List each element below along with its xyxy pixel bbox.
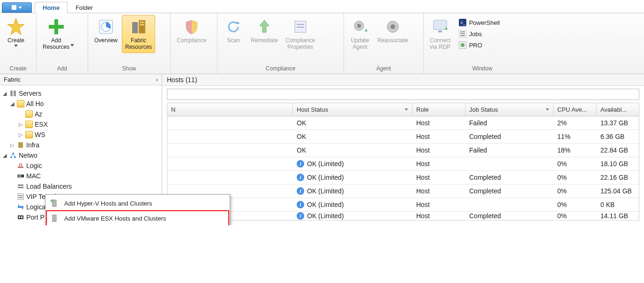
col-cpu[interactable]: CPU Ave... [554,103,597,116]
tree-infrastructure[interactable]: ▷ Infra [2,140,160,150]
col-memory[interactable]: Availabl... [597,103,639,116]
powershell-button[interactable]: >_ PowerShell [457,18,502,27]
tree-ws[interactable]: ▷ WS [2,130,160,140]
scan-button[interactable]: Scan [220,15,247,46]
jobs-button[interactable]: Jobs [457,29,502,38]
cell-role: Host [412,212,465,220]
table-row[interactable]: iOK (Limited)HostCompleted0%125.04 GB [167,184,639,198]
collapse-sidebar-button[interactable]: ‹ [156,76,158,83]
svg-rect-19 [434,20,447,30]
connect-rdp-button[interactable]: Connect via RDP [427,15,454,53]
fabric-resources-button[interactable]: Fabric Resources [122,15,155,53]
table-row[interactable]: iOK (Limited)HostCompleted0%14.11 GB [167,212,639,220]
svg-point-18 [390,24,395,29]
hosts-grid: N Host Status Role Job Status CPU Ave...… [167,103,639,221]
tree-mac-pools[interactable]: MAC [2,171,160,181]
cell-job [465,198,554,211]
svg-rect-49 [18,205,19,206]
table-row[interactable]: iOK (Limited)HostCompleted0%22.16 GB [167,171,639,184]
folder-icon [25,110,33,118]
app-icon [12,5,16,10]
filter-icon [404,108,408,111]
server-add-icon: + [49,199,60,208]
tree-azure[interactable]: Az [2,109,160,119]
tree-label: Load Balancers [26,183,72,190]
cell-job: Completed [465,212,554,220]
star-icon [7,17,25,36]
table-row[interactable]: iOK (Limited)Host0%0 KB [167,198,639,212]
cell-status: iOK (Limited) [293,171,412,184]
switch-icon [17,203,24,211]
reassociate-button[interactable]: Reassociate [374,15,412,46]
cell-role: Host [412,198,465,211]
svg-marker-16 [365,29,367,31]
expand-icon: ▷ [19,132,23,138]
cell-status: OK [293,144,412,157]
table-row[interactable]: OKHostCompleted11%6.36 GB [167,130,639,144]
col-role[interactable]: Role [412,103,465,116]
table-row[interactable]: OKHostFailed2%13.37 GB [167,116,639,130]
tree-label: Netwo [19,152,37,159]
menu-add-hyperv[interactable]: + Add Hyper-V Hosts and Clusters [46,196,229,211]
tree-networking[interactable]: ◢ Netwo [2,150,160,161]
svg-rect-45 [18,194,23,199]
tab-home[interactable]: Home [35,2,67,13]
tab-folder[interactable]: Folder [67,2,101,13]
pro-button[interactable]: PRO [457,40,502,50]
tree-servers[interactable]: ◢ Servers [2,88,160,99]
tree-esx[interactable]: ▷ ESX [2,119,160,130]
tree-all-hosts[interactable]: ◢ All Ho [2,99,160,109]
col-job-status[interactable]: Job Status [465,103,554,116]
table-row[interactable]: OKHostFailed18%22.84 GB [167,144,639,157]
menu-add-vmware[interactable]: Add VMware ESX Hosts and Clusters [46,211,229,225]
col-name[interactable]: N [167,103,293,116]
overview-label: Overview [94,37,118,44]
cell-memory: 18.10 GB [597,157,639,170]
tree-load-balancers[interactable]: Load Balancers [2,181,160,191]
servers-icon [9,90,17,97]
info-icon: i [297,187,304,195]
svg-rect-48 [18,206,23,208]
svg-marker-0 [7,18,24,35]
hosts-title: Hosts (11) [162,74,644,86]
overview-button[interactable]: Overview [91,15,121,46]
cell-name [167,157,293,170]
cell-role: Host [412,144,465,157]
cell-cpu: 0% [554,157,597,170]
cell-role: Host [412,116,465,130]
remediate-button[interactable]: Remediate [247,15,281,46]
col-host-status[interactable]: Host Status [293,103,412,116]
svg-rect-20 [438,31,442,32]
svg-rect-50 [22,208,23,209]
server-icon [49,214,60,223]
svg-rect-2 [49,25,64,29]
tree-label: Az [35,110,42,118]
chevron-down-icon [70,44,74,46]
compliance-properties-button[interactable]: Compliance Properties [282,15,318,53]
cell-status: iOK (Limited) [293,157,412,170]
svg-rect-41 [19,175,20,177]
port-icon [17,214,24,221]
chevron-down-icon [18,7,22,9]
create-button[interactable]: Create [3,15,29,49]
cell-job: Completed [465,171,554,184]
cell-memory: 125.04 GB [597,184,639,198]
group-add-label: Add [37,64,88,74]
search-input[interactable] [167,89,639,100]
update-agent-button[interactable]: Update Agent [347,15,373,53]
pro-icon [459,41,466,49]
svg-rect-57 [52,215,56,222]
info-icon: i [297,212,304,220]
svg-rect-27 [460,35,465,36]
cell-cpu: 0% [554,198,597,211]
tree-label: Servers [19,90,41,97]
info-icon: i [297,160,304,168]
fabric-resources-label: Fabric Resources [125,37,152,51]
table-row[interactable]: iOK (Limited)Host0%18.10 GB [167,157,639,171]
compliance-button[interactable]: Compliance [173,15,210,46]
group-show-label: Show [88,64,170,74]
tree-logical-networks[interactable]: Logic [2,161,160,171]
cell-job: Completed [465,130,554,143]
system-menu[interactable] [2,2,32,13]
add-resources-button[interactable]: Add Resources [39,15,73,56]
